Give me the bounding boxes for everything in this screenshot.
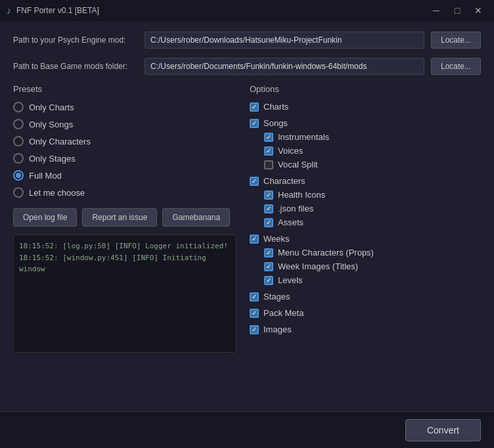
close-button[interactable]: ✕	[469, 3, 487, 18]
checkbox-icon: ✓	[250, 309, 259, 318]
options-group-1: ✓Songs✓Instrumentals✓VoicesVocal Split	[250, 118, 481, 169]
options-group-4: ✓Stages	[250, 292, 481, 302]
preset-only-stages[interactable]: Only Stages	[13, 153, 236, 164]
titlebar: ♪ FNF Porter v0.1 [BETA] ─ □ ✕	[0, 0, 494, 21]
radio-label-only-charts: Only Charts	[29, 102, 74, 112]
maximize-button[interactable]: □	[448, 3, 466, 18]
option-songs[interactable]: ✓Songs	[250, 118, 481, 128]
option-characters[interactable]: ✓Characters	[250, 176, 481, 186]
option-label: Vocal Split	[278, 160, 318, 169]
presets-title: Presets	[13, 84, 236, 94]
option--json-files[interactable]: ✓.json files	[264, 204, 481, 213]
radio-label-full-mod: Full Mod	[29, 171, 62, 181]
checkbox-icon: ✓	[264, 218, 273, 227]
radio-circle-only-characters	[13, 136, 24, 146]
open-log-button[interactable]: Open log file	[13, 208, 77, 227]
preset-only-characters[interactable]: Only Characters	[13, 136, 236, 146]
window-controls: ─ □ ✕	[427, 3, 487, 18]
minimize-button[interactable]: ─	[427, 3, 445, 18]
option-pack-meta[interactable]: ✓Pack Meta	[250, 308, 481, 318]
checkbox-icon: ✓	[264, 146, 273, 156]
option-label: Charts	[263, 102, 288, 112]
option-label: .json files	[278, 204, 313, 213]
radio-circle-full-mod	[13, 170, 24, 181]
checkbox-icon	[264, 160, 273, 169]
preset-only-charts[interactable]: Only Charts	[13, 102, 236, 112]
option-label: Voices	[278, 146, 303, 156]
left-column: Presets Only ChartsOnly SongsOnly Charac…	[13, 84, 236, 353]
app-title: FNF Porter v0.1 [BETA]	[16, 6, 422, 15]
options-group-6: ✓Images	[250, 325, 481, 334]
radio-circle-only-songs	[13, 119, 24, 129]
radio-label-let-me-choose: Let me choose	[29, 188, 85, 198]
psych-path-input[interactable]	[145, 32, 424, 49]
checkbox-icon: ✓	[264, 276, 273, 285]
psych-path-label: Path to your Psych Engine mod:	[13, 35, 138, 45]
option-charts[interactable]: ✓Charts	[250, 102, 481, 112]
right-column: Options ✓Charts✓Songs✓Instrumentals✓Voic…	[250, 84, 481, 353]
radio-label-only-songs: Only Songs	[29, 120, 73, 129]
checkbox-icon: ✓	[264, 190, 273, 200]
option-label: Health Icons	[278, 190, 325, 200]
option-stages[interactable]: ✓Stages	[250, 292, 481, 302]
checkbox-icon: ✓	[264, 204, 273, 213]
convert-button[interactable]: Convert	[405, 419, 481, 441]
base-game-path-row: Path to Base Game mods folder: Locate...	[13, 58, 481, 75]
options-group-5: ✓Pack Meta	[250, 308, 481, 318]
log-line-0: 18:15:52: [log.py:50] [INFO] Logger init…	[19, 240, 231, 252]
option-label: Levels	[278, 275, 303, 285]
base-path-input[interactable]	[145, 58, 424, 75]
checkbox-icon: ✓	[250, 235, 259, 244]
options-groups: ✓Charts✓Songs✓Instrumentals✓VoicesVocal …	[250, 102, 481, 334]
preset-full-mod[interactable]: Full Mod	[13, 170, 236, 181]
option-levels[interactable]: ✓Levels	[264, 275, 481, 285]
option-instrumentals[interactable]: ✓Instrumentals	[264, 132, 481, 142]
report-issue-button[interactable]: Report an issue	[82, 208, 157, 227]
option-assets[interactable]: ✓Assets	[264, 217, 481, 227]
radio-circle-let-me-choose	[13, 187, 24, 198]
checkbox-icon: ✓	[264, 248, 273, 258]
option-label: Pack Meta	[263, 308, 303, 318]
preset-only-songs[interactable]: Only Songs	[13, 119, 236, 129]
base-locate-button[interactable]: Locate...	[431, 58, 481, 75]
option-voices[interactable]: ✓Voices	[264, 146, 481, 156]
option-images[interactable]: ✓Images	[250, 325, 481, 334]
checkbox-icon: ✓	[264, 133, 273, 142]
preset-let-me-choose[interactable]: Let me choose	[13, 187, 236, 198]
radio-circle-only-stages	[13, 153, 24, 164]
radio-label-only-stages: Only Stages	[29, 154, 76, 164]
log-line-1: 18:15:52: [window.py:451] [INFO] Initiat…	[19, 252, 231, 275]
option-label: Assets	[278, 217, 303, 227]
base-path-label: Path to Base Game mods folder:	[13, 62, 138, 71]
option-health-icons[interactable]: ✓Health Icons	[264, 190, 481, 200]
option-vocal-split[interactable]: Vocal Split	[264, 160, 481, 169]
options-group-3: ✓Weeks✓Menu Characters (Props)✓Week Imag…	[250, 234, 481, 285]
action-buttons-row: Open log file Report an issue Gamebanana	[13, 208, 236, 227]
checkbox-icon: ✓	[264, 262, 273, 271]
checkbox-icon: ✓	[250, 102, 259, 112]
psych-locate-button[interactable]: Locate...	[431, 32, 481, 49]
option-menu-characters-(props)[interactable]: ✓Menu Characters (Props)	[264, 248, 481, 258]
checkbox-icon: ✓	[250, 177, 259, 186]
options-title: Options	[250, 84, 481, 94]
option-label: Songs	[263, 118, 288, 128]
option-label: Images	[263, 325, 292, 334]
option-label: Instrumentals	[278, 132, 329, 142]
options-group-2: ✓Characters✓Health Icons✓.json files✓Ass…	[250, 176, 481, 227]
checkbox-icon: ✓	[250, 292, 259, 302]
radio-label-only-characters: Only Characters	[29, 137, 91, 146]
option-weeks[interactable]: ✓Weeks	[250, 234, 481, 244]
presets-radio-group: Only ChartsOnly SongsOnly CharactersOnly…	[13, 102, 236, 198]
option-week-images-(titles)[interactable]: ✓Week Images (Titles)	[264, 261, 481, 271]
checkbox-icon: ✓	[250, 119, 259, 128]
two-column-layout: Presets Only ChartsOnly SongsOnly Charac…	[13, 84, 481, 353]
bottom-bar: Convert	[0, 411, 494, 448]
psych-engine-path-row: Path to your Psych Engine mod: Locate...	[13, 32, 481, 49]
log-output: 18:15:52: [log.py:50] [INFO] Logger init…	[13, 235, 236, 353]
options-group-0: ✓Charts	[250, 102, 481, 112]
checkbox-icon: ✓	[250, 325, 259, 334]
option-label: Characters	[263, 176, 305, 186]
gamebanana-button[interactable]: Gamebanana	[162, 208, 230, 227]
radio-circle-only-charts	[13, 102, 24, 112]
option-label: Week Images (Titles)	[278, 261, 358, 271]
